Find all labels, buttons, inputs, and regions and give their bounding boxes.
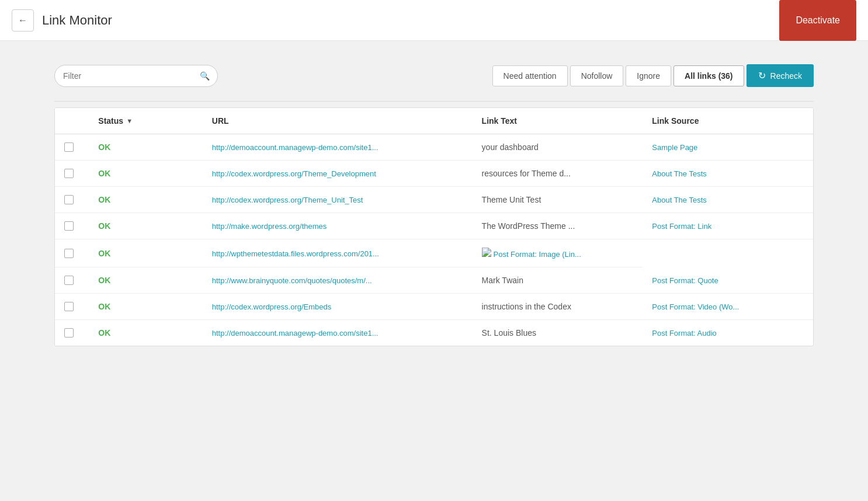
- row-url[interactable]: http://www.brainyquote.com/quotes/quotes…: [203, 267, 473, 294]
- row-link-text: Post Format: Image (Lin...: [473, 239, 643, 267]
- url-link[interactable]: http://codex.wordpress.org/Embeds: [212, 302, 332, 311]
- recheck-button[interactable]: ↻ Recheck: [747, 64, 814, 87]
- table-row: OK http://codex.wordpress.org/Theme_Unit…: [55, 187, 813, 213]
- link-source-link[interactable]: Post Format: Quote: [652, 276, 718, 285]
- link-source-link[interactable]: Post Format: Audio: [652, 329, 717, 338]
- table-row: OK http://wpthemetestdata.files.wordpres…: [55, 239, 813, 267]
- row-checkbox-cell: [55, 320, 89, 346]
- row-checkbox-cell: [55, 213, 89, 239]
- th-status[interactable]: Status ▼: [89, 108, 202, 134]
- deactivate-button[interactable]: Deactivate: [779, 0, 856, 41]
- header: ← Link Monitor Deactivate: [0, 0, 868, 41]
- row-link-text: resources for Theme d...: [473, 161, 643, 187]
- tab-all-links[interactable]: All links (36): [673, 65, 744, 86]
- status-ok-label: OK: [98, 249, 110, 258]
- row-checkbox-cell: [55, 267, 89, 294]
- table-scroll[interactable]: Status ▼ URL Link Text Link Source OK: [55, 108, 813, 346]
- row-checkbox-cell: [55, 134, 89, 161]
- table-row: OK http://codex.wordpress.org/Embeds ins…: [55, 294, 813, 320]
- row-checkbox[interactable]: [64, 142, 74, 152]
- row-checkbox[interactable]: [64, 276, 74, 285]
- row-checkbox[interactable]: [64, 221, 74, 231]
- page-title: Link Monitor: [42, 13, 112, 28]
- status-ok-label: OK: [98, 221, 110, 231]
- row-checkbox-cell: [55, 239, 89, 267]
- row-link-text: instructions in the Codex: [473, 294, 643, 320]
- row-link-text: St. Louis Blues: [473, 320, 643, 346]
- row-url[interactable]: http://demoaccount.managewp-demo.com/sit…: [203, 134, 473, 161]
- row-link-source[interactable]: Sample Page: [643, 134, 813, 161]
- row-url[interactable]: http://make.wordpress.org/themes: [203, 213, 473, 239]
- table-row: OK http://make.wordpress.org/themes The …: [55, 213, 813, 239]
- row-status: OK: [89, 187, 202, 213]
- row-status: OK: [89, 294, 202, 320]
- status-ok-label: OK: [98, 169, 110, 178]
- back-icon: ←: [18, 15, 27, 26]
- link-source-link[interactable]: Post Format: Link: [652, 222, 711, 231]
- table-header: Status ▼ URL Link Text Link Source: [55, 108, 813, 134]
- main-content: 🔍 Need attention Nofollow Ignore All lin…: [37, 41, 831, 364]
- link-source-link[interactable]: Sample Page: [652, 143, 697, 152]
- recheck-label: Recheck: [770, 71, 802, 81]
- links-table: Status ▼ URL Link Text Link Source OK: [55, 108, 813, 346]
- status-ok-label: OK: [98, 195, 110, 204]
- row-status: OK: [89, 267, 202, 294]
- link-source-link[interactable]: About The Tests: [652, 196, 706, 204]
- row-checkbox[interactable]: [64, 195, 74, 204]
- tab-nofollow[interactable]: Nofollow: [570, 65, 624, 86]
- row-link-source[interactable]: Post Format: Quote: [643, 267, 813, 294]
- filter-tabs: Need attention Nofollow Ignore All links…: [492, 64, 814, 87]
- row-link-source[interactable]: Post Format: Link: [643, 213, 813, 239]
- url-link[interactable]: http://wpthemetestdata.files.wordpress.c…: [212, 249, 379, 258]
- link-source-link[interactable]: Post Format: Video (Wo...: [652, 302, 739, 311]
- tab-need-attention[interactable]: Need attention: [492, 65, 568, 86]
- divider: [54, 101, 814, 102]
- tab-ignore[interactable]: Ignore: [626, 65, 671, 86]
- table-body: OK http://demoaccount.managewp-demo.com/…: [55, 134, 813, 346]
- row-status: OK: [89, 213, 202, 239]
- th-link-source: Link Source: [643, 108, 813, 134]
- url-link[interactable]: http://demoaccount.managewp-demo.com/sit…: [212, 143, 379, 152]
- row-status: OK: [89, 161, 202, 187]
- status-ok-label: OK: [98, 142, 110, 152]
- row-link-source[interactable]: Post Format: Video (Wo...: [643, 294, 813, 320]
- row-checkbox-cell: [55, 161, 89, 187]
- sort-arrow-icon: ▼: [126, 117, 133, 124]
- url-link[interactable]: http://www.brainyquote.com/quotes/quotes…: [212, 276, 372, 285]
- filter-input[interactable]: [54, 65, 218, 87]
- row-url[interactable]: http://wpthemetestdata.files.wordpress.c…: [203, 239, 473, 267]
- url-link[interactable]: http://make.wordpress.org/themes: [212, 222, 327, 231]
- row-link-source[interactable]: Post Format: Audio: [643, 320, 813, 346]
- filter-wrapper: 🔍: [54, 65, 218, 87]
- th-link-text: Link Text: [473, 108, 643, 134]
- row-url[interactable]: http://codex.wordpress.org/Theme_Unit_Te…: [203, 187, 473, 213]
- url-link[interactable]: http://codex.wordpress.org/Theme_Develop…: [212, 169, 376, 178]
- row-checkbox[interactable]: [64, 302, 74, 311]
- row-checkbox[interactable]: [64, 169, 74, 178]
- status-ok-label: OK: [98, 276, 110, 285]
- row-link-source[interactable]: About The Tests: [643, 187, 813, 213]
- header-left: ← Link Monitor: [12, 9, 112, 32]
- toolbar: 🔍 Need attention Nofollow Ignore All lin…: [54, 64, 814, 87]
- url-link[interactable]: http://codex.wordpress.org/Theme_Unit_Te…: [212, 196, 363, 204]
- back-button[interactable]: ←: [12, 9, 34, 32]
- row-url[interactable]: http://codex.wordpress.org/Embeds: [203, 294, 473, 320]
- th-checkbox: [55, 108, 89, 134]
- row-url[interactable]: http://codex.wordpress.org/Theme_Develop…: [203, 161, 473, 187]
- row-checkbox-cell: [55, 294, 89, 320]
- recheck-icon: ↻: [758, 70, 766, 81]
- row-status: OK: [89, 239, 202, 267]
- status-ok-label: OK: [98, 302, 110, 311]
- link-source-link[interactable]: Post Format: Image (Lin...: [494, 250, 581, 259]
- row-link-source[interactable]: About The Tests: [643, 161, 813, 187]
- row-url[interactable]: http://demoaccount.managewp-demo.com/sit…: [203, 320, 473, 346]
- table-row: OK http://www.brainyquote.com/quotes/quo…: [55, 267, 813, 294]
- row-checkbox[interactable]: [64, 328, 74, 338]
- status-ok-label: OK: [98, 328, 110, 338]
- row-link-source[interactable]: [482, 248, 491, 257]
- link-source-link[interactable]: About The Tests: [652, 169, 706, 178]
- url-link[interactable]: http://demoaccount.managewp-demo.com/sit…: [212, 329, 379, 338]
- table-row: OK http://demoaccount.managewp-demo.com/…: [55, 134, 813, 161]
- status-column-label: Status: [98, 116, 123, 126]
- row-checkbox[interactable]: [64, 249, 74, 258]
